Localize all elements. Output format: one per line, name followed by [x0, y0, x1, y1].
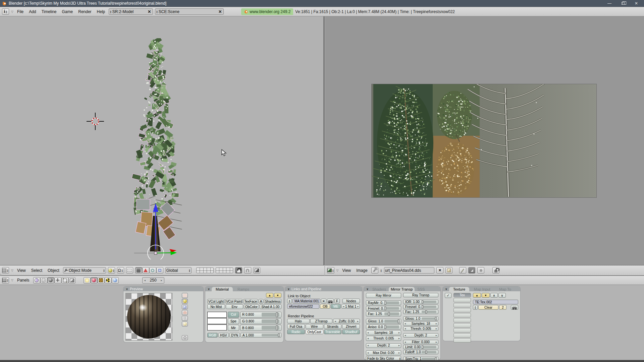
mir-thresh-field[interactable]: ◂Thresh: 0.005▸ [366, 336, 401, 341]
preview-refresh-button[interactable] [182, 335, 188, 340]
uv-collapse-menu-icon[interactable]: ▽ [336, 269, 339, 272]
alpha-toggle[interactable]: A [259, 299, 263, 304]
slot-down-button[interactable]: ▼ [482, 293, 490, 298]
me-button[interactable]: ME [331, 304, 341, 309]
scene-stepper[interactable]: ▴▾ [156, 10, 158, 13]
env-toggle[interactable]: Env [226, 304, 244, 309]
viewport-menu-object[interactable]: Object [46, 268, 61, 273]
falloff-slider[interactable]: Falloff: 1.0 [403, 350, 438, 354]
spe-button[interactable]: Spe [228, 318, 239, 324]
tab-sss[interactable]: SSS [415, 287, 427, 291]
preview-monkey-button[interactable] [182, 310, 188, 315]
texface-toggle[interactable]: TexFace [243, 299, 258, 304]
viewport-editor-type-button[interactable]: ▴▾ [2, 267, 9, 274]
image-browse-stepper[interactable]: ▴▾ [380, 269, 382, 272]
preview-panel-header[interactable]: ▼ Preview [123, 287, 203, 291]
scene-delete-icon[interactable]: ✕ [217, 9, 223, 14]
shading-context-button[interactable] [47, 277, 54, 284]
panels-menu[interactable]: Panels [15, 278, 31, 283]
mirror-panel-header[interactable]: ▼ Shaders Mirror Transp SSS [364, 287, 440, 291]
restore-button[interactable] [617, 1, 629, 6]
rotation-mode-button[interactable]: Ω ▴▾ [117, 267, 124, 274]
ray-transp-toggle[interactable]: Ray Transp [403, 293, 438, 297]
panel-collapse-icon[interactable]: ▼ [366, 288, 369, 291]
preview-cube-button[interactable] [182, 304, 188, 309]
minimize-button[interactable]: — [604, 1, 615, 6]
slot-raise-button[interactable]: ∧ [490, 293, 498, 298]
object-name-field[interactable]: eforestsnow022 [287, 304, 319, 309]
screen-stepper[interactable]: ▴▾ [110, 10, 112, 13]
alpha-slider[interactable]: A 1.000 [240, 333, 281, 338]
lamp-buttons-button[interactable] [84, 277, 91, 284]
ztransp-toggle[interactable]: ZTransp [310, 319, 333, 323]
radiosity-buttons-button[interactable] [105, 277, 112, 284]
ray-mirror-toggle[interactable]: Ray Mirror [366, 293, 401, 298]
transp-fresnel-slider[interactable]: Fresnel: 0. [403, 305, 438, 309]
rotation-stepper[interactable]: ▴▾ [121, 269, 123, 272]
tab-material[interactable]: Material [212, 287, 233, 291]
paint-mode-button[interactable] [459, 267, 466, 274]
uv-menu-view[interactable]: View [340, 268, 353, 273]
texture-slot-active[interactable]: Tex [453, 293, 471, 297]
full-osa-toggle[interactable]: Full Osa [287, 324, 305, 329]
frame-number-field[interactable]: ◂ 250 ▸ [142, 277, 164, 284]
no-mist-toggle[interactable]: No Mist [207, 304, 225, 309]
object-context-button[interactable] [54, 277, 61, 284]
orientation-dropdown[interactable]: Global ▴▾ [165, 267, 192, 274]
uv-lock-button[interactable] [492, 267, 499, 274]
rgb-mode-button[interactable]: RGB [207, 333, 218, 338]
pin-button[interactable] [371, 267, 378, 274]
texture-buttons-button[interactable] [98, 277, 105, 284]
texture-slot[interactable] [453, 298, 471, 302]
close-button[interactable]: ✕ [631, 1, 642, 6]
material-browse-stepper[interactable]: ▴▾ [287, 299, 292, 303]
render-preview-button[interactable] [253, 267, 260, 274]
tab-map-input[interactable]: Map Input [470, 287, 494, 291]
manipulator-rotate-button[interactable] [142, 267, 149, 274]
vcol-light-toggle[interactable]: VCol Light [207, 299, 225, 304]
onlycast-toggle[interactable]: OnlyCast [306, 329, 323, 334]
links-panel-header[interactable]: ▼ Links and Pipeline [285, 287, 362, 291]
transp-thresh-field[interactable]: ◂Thresh: 0.005▸ [403, 326, 438, 331]
max-dist-field[interactable]: ◂Max Dist: 0.00▸ [366, 350, 401, 355]
transp-samples-field[interactable]: ◂Samples: 18▸ [403, 321, 438, 326]
mir-fac-slider[interactable]: Fac: 1.25 [366, 311, 401, 316]
preview-flat-button[interactable] [182, 293, 188, 298]
aniso-slider[interactable]: Aniso: 0.0 [366, 324, 401, 329]
screen-selector[interactable]: ▴▾ SR:2-Model ✕ [109, 8, 153, 15]
preview-sphere-sky-button[interactable] [182, 321, 188, 326]
viewport-collapse-menu-icon[interactable]: ▽ [11, 269, 13, 272]
halo-toggle[interactable]: Halo [287, 319, 310, 323]
viewport-editor-stepper[interactable]: ▴▾ [7, 269, 9, 272]
frame-number[interactable]: 250 [147, 278, 159, 283]
specular-swatch[interactable] [207, 318, 227, 324]
menu-timeline[interactable]: Timeline [40, 9, 58, 14]
material-unlink-button[interactable]: ✕ [321, 299, 326, 303]
image-name[interactable]: urt_PineAtlas04.dds [385, 268, 433, 273]
editor-type-stepper[interactable]: ▴▾ [5, 10, 7, 13]
material-buttons-button[interactable] [91, 277, 98, 284]
scene-context-button[interactable] [68, 277, 75, 284]
col-button[interactable]: Col [228, 312, 239, 318]
material-panel-header[interactable]: ▼ Material Ramps [205, 287, 283, 291]
menu-game[interactable]: Game [60, 9, 75, 14]
buttons-editor-type-button[interactable]: ▴▾ [2, 277, 9, 284]
shadeless-toggle[interactable]: Shadeless [264, 299, 281, 304]
orientation-label[interactable]: Global [166, 268, 188, 273]
screen-name[interactable]: SR:2-Model [112, 9, 146, 14]
dyn-mode-button[interactable]: DYN [229, 333, 240, 338]
texture-slot[interactable] [453, 333, 471, 338]
nodes-button[interactable]: Nodes [342, 299, 360, 303]
preview-hair-button[interactable] [182, 316, 188, 321]
slot-up-button[interactable]: ▲ [473, 293, 481, 298]
uv-menu-image[interactable]: Image [355, 268, 369, 273]
world-buttons-button[interactable] [112, 277, 119, 284]
uv-editor-stepper[interactable]: ▴▾ [332, 269, 334, 272]
mode-label[interactable]: Object Mode [69, 268, 102, 273]
uv-image-editor[interactable] [325, 16, 644, 265]
tab-texture[interactable]: Texture [449, 287, 469, 291]
draw-mode-button[interactable]: ▴▾ [108, 267, 115, 274]
editing-context-button[interactable] [61, 277, 68, 284]
mode-dropdown[interactable]: Object Mode ▴▾ [63, 267, 106, 274]
transp-gloss-slider[interactable]: Gloss: 1.0 [403, 316, 438, 321]
